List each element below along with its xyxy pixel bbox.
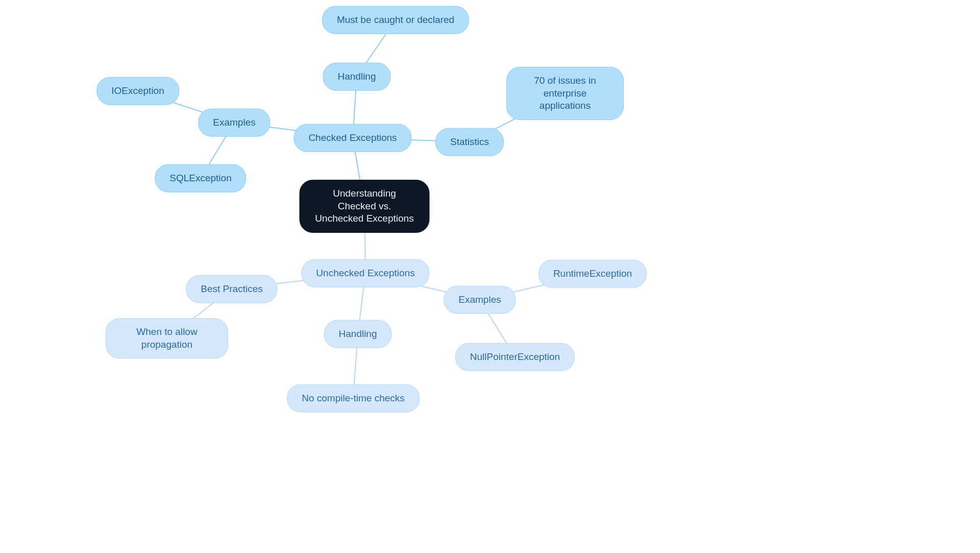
node-label: Best Practices <box>201 283 262 296</box>
node-u_runtime: RuntimeException <box>538 260 647 288</box>
node-label: IOException <box>111 85 164 98</box>
node-label: Must be caught or declared <box>337 14 454 27</box>
node-c_70: 70 of issues in enterprise applications <box>506 67 624 120</box>
node-u_nocompile: No compile-time checks <box>287 384 420 413</box>
node-u_handling: Handling <box>324 320 392 348</box>
node-c_handling: Handling <box>323 63 391 91</box>
node-label: Understanding Checked vs. Unchecked Exce… <box>314 187 415 225</box>
node-c_examples: Examples <box>198 109 270 137</box>
node-label: Handling <box>338 70 376 83</box>
node-label: SQLException <box>169 172 231 185</box>
node-unchecked: Unchecked Exceptions <box>301 259 429 287</box>
node-label: Checked Exceptions <box>308 132 397 145</box>
node-label: RuntimeException <box>553 268 632 280</box>
node-label: When to allow propagation <box>120 326 213 351</box>
node-u_npe: NullPointerException <box>455 343 575 371</box>
node-c_sql: SQLException <box>155 164 246 193</box>
node-c_stats: Statistics <box>435 128 504 156</box>
node-u_examples: Examples <box>444 286 516 314</box>
node-c_io: IOException <box>96 77 179 105</box>
node-u_best: Best Practices <box>186 275 277 303</box>
node-root: Understanding Checked vs. Unchecked Exce… <box>300 180 430 233</box>
node-label: Handling <box>339 328 377 341</box>
node-label: No compile-time checks <box>302 392 405 405</box>
node-c_must: Must be caught or declared <box>322 6 469 34</box>
node-label: Examples <box>458 294 501 306</box>
node-checked: Checked Exceptions <box>293 124 411 152</box>
node-label: NullPointerException <box>470 351 560 364</box>
node-label: Unchecked Exceptions <box>316 267 414 280</box>
node-u_prop: When to allow propagation <box>106 318 228 358</box>
node-label: Examples <box>213 116 255 129</box>
node-label: Statistics <box>450 136 489 149</box>
node-label: 70 of issues in enterprise applications <box>521 75 609 112</box>
